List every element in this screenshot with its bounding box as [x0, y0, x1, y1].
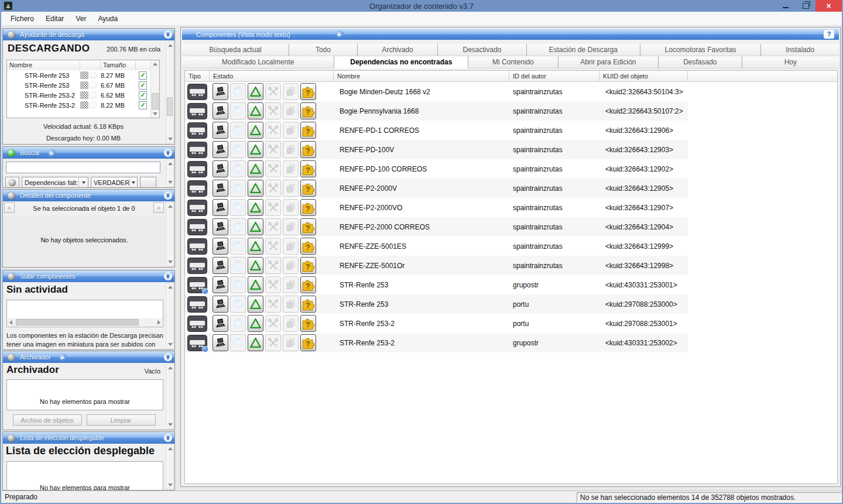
copy-icon[interactable]	[283, 238, 299, 255]
missing-dependency-icon[interactable]: ?	[300, 218, 316, 235]
panel-header-archiver[interactable]: Archivador ▶ ≫	[3, 351, 174, 363]
download-row[interactable]: STR-Renfe 2536.67 MB✓	[7, 80, 151, 90]
column-header-blank[interactable]	[688, 71, 837, 81]
copy-icon[interactable]	[283, 218, 299, 235]
collapse-chevron-icon[interactable]: ≫	[164, 353, 172, 361]
expand-arrow-icon[interactable]: ▶	[48, 149, 56, 157]
tools-icon[interactable]	[265, 238, 281, 255]
copy-icon[interactable]	[283, 160, 299, 177]
traincar-type-icon[interactable]	[187, 218, 208, 236]
tab-dependencias-no-encontradas[interactable]: Dependencias no encontradas	[334, 56, 468, 68]
minimize-button[interactable]	[776, 0, 796, 12]
table-row[interactable]: ?RENFE-P2-2000 CORREOSspaintrainzrutas<k…	[185, 217, 837, 236]
triangle-status-icon[interactable]	[248, 238, 263, 255]
missing-dependency-icon[interactable]: ?	[300, 257, 316, 274]
missing-dependency-icon[interactable]: ?	[300, 334, 316, 351]
panel-scrollbar[interactable]	[166, 283, 174, 349]
tools-icon[interactable]	[265, 276, 281, 293]
missing-dependency-icon[interactable]: ?	[300, 160, 316, 177]
traincar-type-icon[interactable]	[187, 141, 208, 159]
menu-ayuda[interactable]: Ayuda	[92, 13, 124, 25]
copy-icon[interactable]	[283, 102, 299, 119]
missing-dependency-icon[interactable]: ?	[300, 180, 316, 197]
collapse-chevron-icon[interactable]: ≫	[164, 149, 172, 157]
add-filter-button[interactable]	[140, 177, 156, 187]
table-row[interactable]: ?RENFE-ZZE-5001Orspaintrainzrutas<kuid:3…	[185, 256, 837, 275]
triangle-status-icon[interactable]	[248, 315, 263, 332]
download-row[interactable]: STR-Renfe 253-26.62 MB✓	[7, 90, 151, 100]
missing-dependency-icon[interactable]: ?	[300, 122, 316, 139]
search-go-button[interactable]	[5, 177, 19, 187]
triangle-status-icon[interactable]	[248, 199, 263, 216]
triangle-status-icon[interactable]	[248, 141, 263, 158]
column-blank[interactable]	[80, 60, 101, 70]
copy-icon[interactable]	[283, 276, 299, 293]
triangle-status-icon[interactable]	[248, 180, 263, 197]
column-header-estado[interactable]: Estado	[210, 71, 334, 81]
panel-scrollbar[interactable]	[166, 159, 174, 187]
traincar-type-icon[interactable]	[187, 83, 208, 101]
tab-b-squeda-actual[interactable]: Búsqueda actual	[182, 44, 289, 56]
tab-hoy[interactable]: Hoy	[742, 56, 839, 68]
menu-fichero[interactable]: Fichero	[5, 13, 40, 25]
column-header-nombre[interactable]: Nombre	[334, 71, 509, 81]
installed-laptop-icon[interactable]	[213, 218, 228, 235]
column-nombre[interactable]: Nombre	[7, 60, 80, 70]
tools-icon[interactable]	[265, 102, 281, 119]
copy-icon[interactable]	[283, 296, 299, 313]
menu-ver[interactable]: Ver	[70, 13, 92, 25]
installed-laptop-icon[interactable]	[213, 257, 228, 274]
tools-icon[interactable]	[265, 160, 281, 177]
download-list-scrollbar[interactable]	[150, 60, 159, 118]
help-button[interactable]: ?	[824, 30, 834, 39]
copy-icon[interactable]	[283, 199, 299, 216]
disc-icon[interactable]	[230, 315, 246, 332]
tools-icon[interactable]	[265, 315, 281, 332]
tab-modificado-localmente[interactable]: Modificado Localmente	[182, 56, 334, 68]
tools-icon[interactable]	[265, 83, 281, 100]
installed-laptop-icon[interactable]	[213, 199, 228, 216]
tab-todo[interactable]: Todo	[289, 44, 358, 56]
column-header-tipo[interactable]: Tipo	[185, 71, 210, 81]
collapse-chevron-icon[interactable]: ≫	[164, 272, 172, 280]
traincar-type-icon[interactable]	[187, 238, 208, 255]
missing-dependency-icon[interactable]: ?	[300, 276, 316, 293]
triangle-status-icon[interactable]	[248, 102, 263, 119]
table-row[interactable]: ?RENFE-PD-1 CORREOSspaintrainzrutas<kuid…	[185, 121, 837, 140]
copy-icon[interactable]	[283, 334, 299, 351]
triangle-status-icon[interactable]	[248, 122, 263, 139]
traincar-type-icon[interactable]	[187, 334, 208, 352]
tab-mi-contenido[interactable]: Mi Contenido	[468, 56, 558, 68]
column-tamano[interactable]: Tamaño	[101, 60, 136, 70]
installed-laptop-icon[interactable]	[213, 238, 228, 255]
object-archive-button[interactable]: Archivo de objetos	[13, 414, 82, 426]
next-object-button[interactable]: >	[153, 203, 164, 213]
expand-arrow-icon[interactable]: ▶	[336, 30, 344, 38]
triangle-status-icon[interactable]	[248, 257, 263, 274]
disc-icon[interactable]	[230, 276, 246, 293]
installed-laptop-icon[interactable]	[213, 296, 228, 313]
missing-dependency-icon[interactable]: ?	[300, 102, 316, 119]
traincar-type-icon[interactable]	[187, 102, 208, 120]
collapse-chevron-icon[interactable]: ≫	[164, 30, 172, 39]
triangle-status-icon[interactable]	[248, 296, 263, 313]
installed-laptop-icon[interactable]	[213, 160, 228, 177]
copy-icon[interactable]	[283, 122, 299, 139]
installed-laptop-icon[interactable]	[213, 180, 228, 197]
missing-dependency-icon[interactable]: ?	[300, 83, 316, 100]
tools-icon[interactable]	[265, 296, 281, 313]
traincar-type-icon[interactable]	[187, 276, 208, 294]
collapse-chevron-icon[interactable]: ≫	[164, 191, 172, 200]
search-filter-value-dropdown[interactable]: VERDADER	[91, 177, 138, 187]
close-button[interactable]: ×	[815, 0, 842, 12]
traincar-type-icon[interactable]	[187, 180, 208, 197]
table-row[interactable]: ?RENFE-PD-100Vspaintrainzrutas<kuid:3266…	[185, 140, 837, 159]
table-row[interactable]: ?STR-Renfe 253portu<kuid:297088:253000>	[185, 294, 837, 314]
copy-icon[interactable]	[283, 141, 299, 158]
tab-estaci-n-de-descarga[interactable]: Estación de Descarga	[527, 44, 640, 56]
table-row[interactable]: ?Bogie Pennsylvania 1668spaintrainzrutas…	[185, 101, 837, 121]
disc-icon[interactable]	[230, 122, 246, 139]
triangle-status-icon[interactable]	[248, 276, 263, 293]
disc-icon[interactable]	[230, 218, 246, 235]
clear-button[interactable]: Limpiar	[87, 414, 156, 426]
